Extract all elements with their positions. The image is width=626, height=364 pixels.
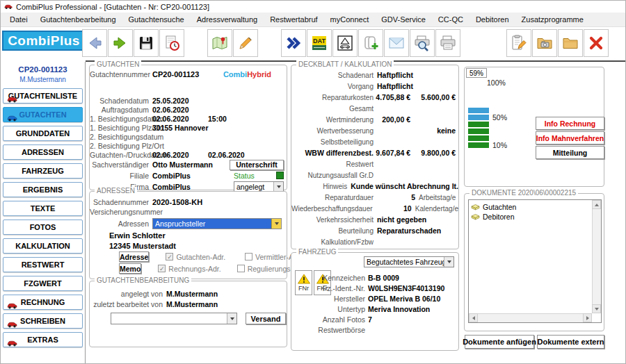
doc-item-gutachten[interactable]: Gutachten [469,202,601,212]
sidebar-item-texte[interactable]: TEXTE [3,201,83,216]
checkbox-regulierungs-adr[interactable] [237,265,245,272]
menu-gdv-service[interactable]: GDV-Service [375,13,432,26]
email-button[interactable] [384,29,409,57]
chevron-down-icon[interactable] [271,219,281,229]
sidebar-item-schreiben[interactable]: SCHREIBEN [3,313,83,329]
email-icon [387,34,406,52]
mitteilung-button[interactable]: Mitteilung [536,146,604,159]
edit-button[interactable] [233,29,258,57]
menu-debitoren[interactable]: Debitoren [470,13,515,26]
adressen-dropdown[interactable]: Anspruchsteller [152,218,282,229]
field-row: Restwert [291,158,458,169]
doc-item-debitoren[interactable]: Debitoren [469,212,601,222]
sidebar-item-fahrzeug[interactable]: FAHRZEUG [3,163,83,179]
menu-myconnect[interactable]: myConnect [324,13,376,26]
delete-x-icon [587,34,605,52]
scroll-left-icon[interactable] [469,313,478,322]
field-row: SchadenartHaftpflicht [291,69,458,81]
sidebar-item-gutachten[interactable]: GUTACHTEN [3,107,83,122]
checkbox-rechnungs-adr[interactable] [158,265,166,272]
report-edit-button[interactable] [506,29,531,57]
memo-button[interactable]: Memo [119,263,141,274]
field-label: Wiederbeschaffungsdauer [291,205,373,213]
versand-dropdown[interactable] [111,313,237,324]
car-check-button[interactable] [332,29,358,57]
sidebar-item-adressen[interactable]: ADRESSEN [3,144,83,160]
print-button[interactable] [435,29,460,57]
field-value: Reparaturschaden [377,226,441,235]
fnr-button[interactable]: FNr [295,270,312,295]
fahrzeug-dropdown[interactable]: Begutachtetes Fahrzeug [364,256,454,267]
chevron-down-icon[interactable] [273,182,283,191]
transfer-button[interactable] [281,29,306,57]
unterschrift-button[interactable]: Unterschrift [230,160,284,170]
field-row: Wiederbeschaffungsdauer10Kalendertag/e [291,203,458,214]
forward-button[interactable] [108,29,133,57]
folder-button[interactable] [558,29,583,57]
menu-gutachtensuche[interactable]: Gutachtensuche [122,13,191,26]
menu-adressverwaltung[interactable]: Adressverwaltung [191,13,264,26]
chevron-down-icon[interactable] [227,313,236,324]
print-preview-button[interactable] [410,29,435,57]
info-rechnung-button[interactable]: Info Rechnung [536,117,604,130]
dokumente-extern-button[interactable]: Dokumente extern [537,335,604,349]
checkbox-label: Rechnungs-Adr. [168,265,220,273]
horizontal-scrollbar[interactable] [469,313,592,322]
map-button[interactable] [207,29,232,57]
checkbox-vermittler-adr[interactable] [245,253,252,260]
versand-button[interactable]: Versand [246,313,286,324]
sidebar-item-fzgwert[interactable]: FZGWERT [3,276,83,291]
sidebar-item-label: SCHREIBEN [20,317,65,325]
scroll-right-icon[interactable] [583,313,592,322]
firma-status-dropdown[interactable]: angelegt [234,181,284,192]
sidebar-item-ergebnis[interactable]: ERGEBNIS [3,182,83,197]
field-label: Schadennummer [90,198,152,206]
adresse-button[interactable]: Adresse [119,251,149,262]
info-mahnverfahren-button[interactable]: Info Mahnverfahren [536,131,604,144]
field-value: 30155 Hannover [152,124,209,132]
status-group: Status [234,172,284,180]
sidebar-item-restwert[interactable]: RESTWERT [3,257,83,272]
sidebar-item-grunddaten[interactable]: GRUNDDATEN [3,126,83,141]
sidebar-nav: GUTACHTENLISTE GUTACHTEN GRUNDDATEN ADRE… [1,88,85,347]
attach-button[interactable] [358,29,383,57]
field-row: WBW differenzbest.9.607,84 €9.800,00 € [291,147,458,158]
bar-segment [468,108,489,113]
field-value: 02.06.2020 [152,115,208,123]
filiale-value: CombiPlus [152,172,191,180]
window-title: CombiPlus Professional - [Gutachten - Nr… [16,3,209,11]
value-col-2: 5.600,00 € [410,93,456,101]
menu-zusatzprogramme[interactable]: Zusatzprogramme [515,13,590,26]
vertical-scrollbar[interactable] [592,200,601,313]
sidebar-item-rechnung[interactable]: RECHNUNG [3,295,83,310]
menu-cc-qc[interactable]: CC-QC [432,13,470,26]
menu-gutachtenbearbeitung[interactable]: Gutachtenbearbeitung [34,13,122,26]
sidebar-item-fotos[interactable]: FOTOS [3,220,83,235]
save-schedule-button[interactable] [159,29,184,57]
checkbox-group: Gutachten-Adr. [166,253,225,261]
dat-button[interactable]: DAT [307,29,332,57]
field-unit: Kalendertag/e [415,205,458,213]
gauge-100-label: 100% [487,78,506,87]
chevron-down-icon[interactable] [444,257,454,267]
user-name[interactable]: M.Mustermann [1,76,85,83]
field-unit: Arbeitstag/e [419,194,456,201]
menu-datei[interactable]: Datei [3,13,34,26]
sidebar-item-extras[interactable]: EXTRAS [3,332,83,347]
panel-adressen-legend: ADRESSEN [95,187,137,195]
sidebar-item-gutachtenliste[interactable]: GUTACHTENLISTE [3,88,83,104]
checkbox-gutachten-adr[interactable] [166,253,173,260]
panel-gutachten: GUTACHTEN Gutachtennummer CP20-001123 Co… [89,65,287,190]
field-row: Gutachten-/Druckdatum02.06.202002.06.202… [90,150,287,159]
menu-restwertabruf[interactable]: Restwertabruf [264,13,323,26]
delete-button[interactable] [584,29,609,57]
scroll-down-icon[interactable] [592,304,601,313]
red-car-icon [7,318,17,333]
scroll-up-icon[interactable] [592,200,601,209]
photo-folder-button[interactable] [532,29,557,57]
sidebar-item-kalkulation[interactable]: KALKULATION [3,238,83,254]
back-button[interactable] [82,29,107,57]
save-button[interactable] [134,29,159,57]
hinweis-value: Kunde wünscht Abrechnung lt. [351,182,458,190]
dokumente-anfuegen-button[interactable]: Dokumente anfügen [465,335,534,349]
